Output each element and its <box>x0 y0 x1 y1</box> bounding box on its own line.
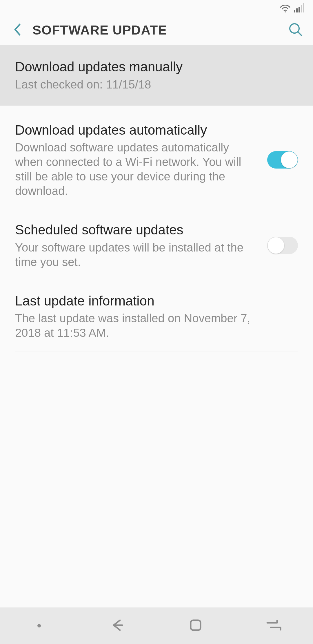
svg-rect-4 <box>301 5 302 12</box>
svg-line-7 <box>298 32 302 36</box>
item-subtitle: Download software updates automatically … <box>15 140 253 198</box>
svg-rect-9 <box>191 620 201 630</box>
svg-rect-3 <box>299 7 300 12</box>
item-title: Download updates automatically <box>15 122 259 139</box>
search-icon <box>288 22 303 38</box>
last-update-info-item[interactable]: Last update information The last update … <box>0 281 313 352</box>
divider <box>15 352 298 352</box>
wifi-icon <box>279 3 291 12</box>
nav-home-button[interactable] <box>178 614 213 637</box>
chevron-left-icon <box>13 23 21 37</box>
download-manually-item[interactable]: Download updates manually Last checked o… <box>0 45 313 106</box>
navigation-bar <box>0 607 313 644</box>
scheduled-updates-toggle[interactable] <box>267 237 298 254</box>
svg-rect-1 <box>294 10 295 12</box>
nav-back-button[interactable] <box>100 614 135 637</box>
item-title: Last update information <box>15 293 298 310</box>
download-automatically-toggle[interactable] <box>267 151 298 169</box>
item-subtitle: Your software updates will be installed … <box>15 240 253 269</box>
scheduled-updates-item[interactable]: Scheduled software updates Your software… <box>0 210 313 281</box>
search-button[interactable] <box>285 20 306 41</box>
download-automatically-item[interactable]: Download updates automatically Download … <box>0 106 313 210</box>
item-title: Scheduled software updates <box>15 222 259 238</box>
svg-rect-2 <box>296 8 298 12</box>
svg-point-8 <box>37 624 41 627</box>
item-subtitle: The last update was installed on Novembe… <box>15 311 276 340</box>
nav-home-icon <box>188 618 203 634</box>
signal-icon <box>294 3 304 12</box>
settings-list: Download updates manually Last checked o… <box>0 45 313 644</box>
nav-indicator <box>22 614 57 637</box>
app-bar: SOFTWARE UPDATE <box>0 16 313 45</box>
page-title: SOFTWARE UPDATE <box>32 23 167 38</box>
nav-recents-icon <box>265 619 282 632</box>
item-title: Download updates manually <box>15 59 298 75</box>
nav-recents-button[interactable] <box>256 614 291 637</box>
nav-back-icon <box>110 617 125 634</box>
status-bar <box>0 0 313 16</box>
svg-point-0 <box>285 11 286 12</box>
back-button[interactable] <box>7 20 28 41</box>
item-subtitle: Last checked on: 11/15/18 <box>15 77 253 92</box>
svg-rect-5 <box>303 3 304 12</box>
